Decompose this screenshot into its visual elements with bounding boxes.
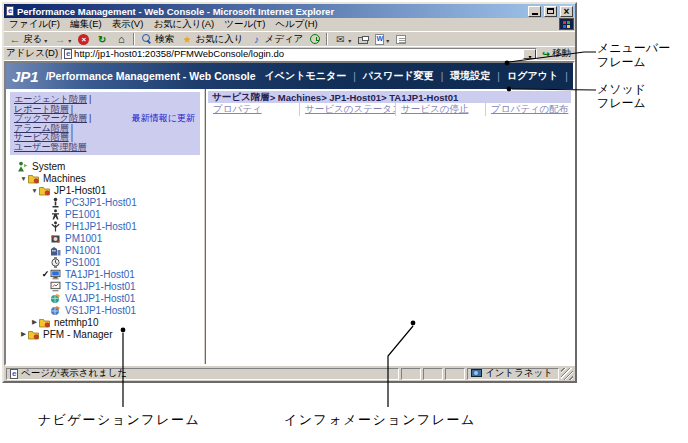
method-action-link[interactable]: サービスのステータス <box>305 103 396 116</box>
product-title: /Performance Management - Web Console <box>46 70 256 82</box>
hierarchy-link[interactable]: ブックマーク階層 <box>14 113 87 123</box>
menu-separator: | <box>497 71 500 82</box>
tree-item[interactable]: PN1001 <box>6 244 203 256</box>
menubar-frame-item[interactable]: ログアウト <box>507 69 558 83</box>
history-button[interactable] <box>307 32 323 46</box>
refresh-link[interactable]: 最新情報に更新 <box>132 114 195 124</box>
minimize-button[interactable] <box>528 6 541 17</box>
address-input[interactable]: http://jp1-host01:20358/PFMWebConsole/lo… <box>61 48 537 60</box>
hierarchy-link[interactable]: サービス階層 <box>14 132 69 142</box>
mail-button[interactable] <box>331 32 354 46</box>
tree-item[interactable]: System <box>6 160 203 172</box>
mail-icon <box>334 33 346 45</box>
tree-item[interactable]: VS1JP1-Host01 <box>6 304 203 316</box>
menu-item[interactable]: 編集(E) <box>65 18 107 31</box>
hierarchy-link[interactable]: ユーザー管理階層 <box>14 142 86 152</box>
agent-pc-icon <box>50 197 62 208</box>
maximize-button[interactable] <box>544 6 557 17</box>
method-actions: プロパティサービスのステータスサービスの停止プロパティの配布 <box>208 103 571 116</box>
hierarchy-links-box: エージェント階層|レポート階層|ブックマーク階層|アラーム階層|サービス階層|ユ… <box>10 92 200 155</box>
tree-item-label[interactable]: PM1001 <box>65 233 102 244</box>
ie-window: Performance Management - Web Console - M… <box>2 2 577 383</box>
forward-dropdown-arrow-icon[interactable] <box>68 34 71 45</box>
tree-item-label: JP1-Host01 <box>54 185 106 196</box>
menu-item[interactable]: お気に入り(A) <box>148 18 219 31</box>
address-dropdown-button[interactable] <box>523 49 536 59</box>
discuss-button[interactable] <box>393 32 409 46</box>
resize-grip[interactable] <box>561 368 573 380</box>
menu-item[interactable]: ファイル(F) <box>4 18 65 31</box>
tree-item[interactable]: ✓TA1JP1-Host01 <box>6 268 203 280</box>
hierarchy-link[interactable]: アラーム階層 <box>14 123 69 133</box>
search-button[interactable]: 検索 <box>138 32 177 46</box>
close-button[interactable] <box>560 6 573 17</box>
stop-icon <box>78 34 89 45</box>
window-titlebar[interactable]: Performance Management - Web Console - M… <box>4 4 575 18</box>
print-button[interactable] <box>355 32 371 46</box>
collapse-icon[interactable]: ▼ <box>19 175 28 182</box>
menu-item[interactable]: 表示(V) <box>107 18 149 31</box>
tree-item-label[interactable]: PS1001 <box>65 257 101 268</box>
tree-item[interactable]: PH1JP1-Host01 <box>6 220 203 232</box>
link-separator: | <box>89 94 91 104</box>
edit-button[interactable] <box>372 32 392 46</box>
menu-item[interactable]: ツール(T) <box>219 18 270 31</box>
tree-item[interactable]: VA1JP1-Host01 <box>6 292 203 304</box>
ie-toolbar: 戻る 検索 お気に入り メディア <box>4 32 575 47</box>
tree-item[interactable]: ▼JP1-Host01 <box>6 184 203 196</box>
method-action-link[interactable]: プロパティ <box>213 103 262 116</box>
agent-ta-icon <box>50 269 62 280</box>
menu-item[interactable]: ヘルプ(H) <box>270 18 322 31</box>
back-dropdown-arrow-icon[interactable] <box>44 34 47 45</box>
tree-item-label[interactable]: VA1JP1-Host01 <box>65 293 135 304</box>
menubar-frame-item[interactable]: イベントモニター <box>265 69 347 83</box>
forward-button[interactable] <box>51 32 74 46</box>
menubar-frame: JP1 /Performance Management - Web Consol… <box>6 63 573 89</box>
favorites-button[interactable]: お気に入り <box>178 32 246 46</box>
tree-item-label[interactable]: VS1JP1-Host01 <box>65 305 136 316</box>
tree-item[interactable]: ▶PFM - Manager <box>6 328 203 340</box>
menubar-frame-item[interactable]: 環境設定 <box>450 69 490 83</box>
navigation-frame: エージェント階層|レポート階層|ブックマーク階層|アラーム階層|サービス階層|ユ… <box>6 89 203 364</box>
tree-item-label[interactable]: PN1001 <box>65 245 101 256</box>
home-button[interactable] <box>112 32 130 46</box>
toolbar-separator <box>133 33 135 45</box>
stop-button[interactable] <box>75 32 92 46</box>
collapse-icon[interactable]: ▼ <box>30 187 39 194</box>
go-button[interactable]: 移動 <box>540 47 573 60</box>
tree-item[interactable]: PM1001 <box>6 232 203 244</box>
tree-item[interactable]: PS1001 <box>6 256 203 268</box>
link-separator: | <box>89 113 91 123</box>
tree-item-label[interactable]: TS1JP1-Host01 <box>65 281 136 292</box>
menubar-frame-item[interactable]: パスワード変更 <box>363 69 434 83</box>
expand-icon[interactable]: ▶ <box>19 330 28 338</box>
tree-item[interactable]: PE1001 <box>6 208 203 220</box>
edit-dropdown-arrow-icon[interactable] <box>386 34 389 45</box>
tree-item[interactable]: TS1JP1-Host01 <box>6 280 203 292</box>
jp1-logo: JP1 <box>12 68 39 85</box>
tree-item-label[interactable]: PE1001 <box>65 209 101 220</box>
hierarchy-link[interactable]: エージェント階層 <box>14 94 87 104</box>
system-icon <box>17 161 29 172</box>
tree-item[interactable]: PC3JP1-Host01 <box>6 196 203 208</box>
tree-item[interactable]: ▶netmhp10 <box>6 316 203 328</box>
ie-menu-items: ファイル(F)編集(E)表示(V)お気に入り(A)ツール(T)ヘルプ(H) <box>4 18 323 31</box>
mail-dropdown-arrow-icon[interactable] <box>348 34 351 45</box>
menu-separator: | <box>441 71 444 82</box>
agent-ph-icon <box>50 221 62 232</box>
tree-item-label[interactable]: TA1JP1-Host01 <box>65 269 135 280</box>
media-button[interactable]: メディア <box>247 32 306 46</box>
expand-icon[interactable]: ▶ <box>30 318 39 326</box>
tree-item-label[interactable]: PC3JP1-Host01 <box>65 197 137 208</box>
print-icon <box>358 37 368 44</box>
hierarchy-link[interactable]: レポート階層 <box>14 104 69 114</box>
annotation-line: フレーム <box>597 56 670 70</box>
refresh-button[interactable] <box>93 32 111 46</box>
tree-item-label[interactable]: PH1JP1-Host01 <box>65 221 137 232</box>
back-button[interactable]: 戻る <box>6 32 50 46</box>
tree-item[interactable]: ▼Machines <box>6 172 203 184</box>
method-action-link[interactable]: プロパティの配布 <box>491 103 568 116</box>
method-action-link[interactable]: サービスの停止 <box>401 103 468 116</box>
agent-va-icon <box>50 293 62 304</box>
ie-document-icon <box>6 6 14 16</box>
